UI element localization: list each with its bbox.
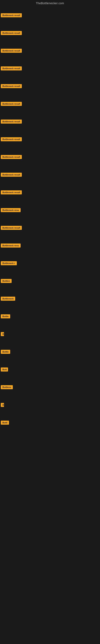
list-item: Bottleneck result — [0, 130, 100, 148]
bottleneck-badge[interactable]: Bottleneck result — [1, 13, 22, 17]
list-item: B — [0, 325, 100, 343]
bottleneck-badge[interactable]: Bottleneck result — [1, 155, 22, 159]
list-item: Bottlen — [0, 272, 100, 290]
list-item: Bottl — [0, 414, 100, 432]
list-item: Bottleneck resu — [0, 237, 100, 254]
list-item: Bottleneck result — [0, 24, 100, 42]
bottleneck-badge[interactable]: Bottle — [1, 314, 10, 318]
list-item: Bott — [0, 361, 100, 378]
bottleneck-list: Bottleneck resultBottleneck resultBottle… — [0, 6, 100, 432]
bottleneck-badge[interactable]: Bottle — [1, 350, 10, 354]
list-item: B — [0, 396, 100, 414]
site-header: TheBottlenecker.com — [0, 0, 100, 6]
list-item: Bottle — [0, 343, 100, 361]
bottleneck-badge[interactable]: Bottleneck result — [1, 120, 22, 124]
bottleneck-badge[interactable]: Bottleneck resu — [1, 208, 21, 212]
bottleneck-badge[interactable]: Bottlens — [1, 385, 13, 389]
list-item: Bottleneck result — [0, 6, 100, 24]
list-item: Bottleneck r — [0, 254, 100, 272]
bottleneck-badge[interactable]: Bottleneck result — [1, 137, 22, 141]
bottleneck-badge[interactable]: Bottleneck result — [1, 84, 22, 88]
bottleneck-badge[interactable]: Bottlen — [1, 279, 12, 283]
list-item: Bottleneck result — [0, 42, 100, 60]
list-item: Bottleneck result — [0, 77, 100, 95]
bottleneck-badge[interactable]: Bottleneck r — [1, 261, 17, 265]
bottleneck-badge[interactable]: B — [1, 403, 4, 407]
list-item: Bottleneck result — [0, 219, 100, 237]
bottleneck-badge[interactable]: Bottleneck result — [1, 226, 22, 230]
bottleneck-badge[interactable]: Bottleneck — [1, 297, 15, 301]
bottleneck-badge[interactable]: Bottleneck result — [1, 66, 22, 70]
list-item: Bottle — [0, 308, 100, 325]
list-item: Bottleneck result — [0, 148, 100, 166]
site-title: TheBottlenecker.com — [0, 0, 100, 6]
list-item: Bottleneck result — [0, 166, 100, 184]
bottleneck-badge[interactable]: Bottleneck result — [1, 190, 22, 194]
list-item: Bottleneck resu — [0, 201, 100, 219]
list-item: Bottleneck result — [0, 95, 100, 113]
list-item: Bottlens — [0, 378, 100, 396]
bottleneck-badge[interactable]: Bott — [1, 368, 8, 372]
bottleneck-badge[interactable]: Bottleneck result — [1, 102, 22, 106]
list-item: Bottleneck result — [0, 60, 100, 77]
list-item: Bottleneck — [0, 290, 100, 308]
bottleneck-badge[interactable]: Bottleneck resu — [1, 244, 21, 248]
list-item: Bottleneck result — [0, 113, 100, 130]
list-item: Bottleneck result — [0, 184, 100, 201]
bottleneck-badge[interactable]: Bottleneck result — [1, 173, 22, 177]
bottleneck-badge[interactable]: B — [1, 332, 4, 336]
bottleneck-badge[interactable]: Bottl — [1, 420, 9, 425]
bottleneck-badge[interactable]: Bottleneck result — [1, 31, 22, 35]
bottleneck-badge[interactable]: Bottleneck result — [1, 49, 22, 53]
